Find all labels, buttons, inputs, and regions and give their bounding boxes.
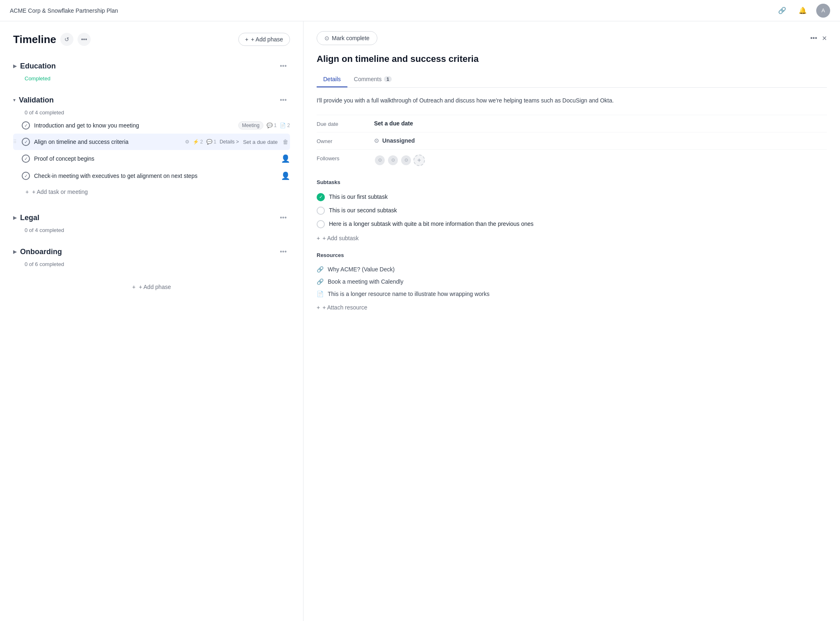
resources-section-title: Resources [317,252,827,258]
link-icon: 🔗 [317,278,324,285]
task-row[interactable]: ⠿ ✓ Introduction and get to know you mee… [13,117,290,134]
settings-icon: ⚙ [185,139,189,145]
more-icon: ••• [810,34,817,41]
phase-legal-header[interactable]: ▶ Legal ••• [13,209,290,226]
task-checkbox[interactable]: ✓ [22,138,30,146]
resource-link[interactable]: This is a longer resource name to illust… [328,291,490,297]
link-icon: 🔗 [778,7,786,14]
detail-task-title: Align on timeline and success criteria [317,53,827,65]
phase-legal-progress: 0 of 4 completed [25,227,290,233]
details-link[interactable]: Details > [219,139,239,145]
assignee-avatar-small: 👤 [281,154,290,163]
close-icon: × [822,34,827,43]
check-icon: ✓ [24,156,28,162]
timeline-title: Timeline [13,33,56,46]
phase-onboarding-menu[interactable]: ••• [276,246,290,257]
settings-icon-item: ⚙ [185,139,189,145]
tab-details[interactable]: Details [317,72,347,87]
task-description: I'll provide you with a full walkthrough… [317,96,827,105]
phase-education-menu[interactable]: ••• [276,61,290,71]
detail-more-button[interactable]: ••• [810,34,817,42]
set-due-date-button[interactable]: Set a due date [243,139,278,145]
link-icon-button[interactable]: 🔗 [775,4,789,18]
timeline-header-left: Timeline ↺ ••• [13,33,91,46]
chevron-right-icon: ▶ [13,63,17,69]
subtask-row: ✓ This is our first subtask [317,190,827,204]
attach-resource-label: + Attach resource [322,304,367,311]
subtask-checkbox[interactable] [317,207,325,215]
due-date-value[interactable]: Set a due date [374,120,827,127]
subtask-row: This is our second subtask [317,204,827,217]
phase-education-name: Education [20,62,56,71]
phase-education-header[interactable]: ▶ Education ••• [13,57,290,75]
task-checkbox[interactable]: ✓ [22,155,30,163]
phase-legal-name: Legal [20,214,39,222]
task-checkbox[interactable]: ✓ [22,121,30,130]
phase-validation-progress: 0 of 4 completed [25,109,290,116]
chevron-down-icon: ▾ [13,97,16,103]
nav-icons: 🔗 🔔 A [775,4,830,18]
task-row[interactable]: ⠿ ✓ Proof of concept begins 👤 [13,150,290,167]
task-checkbox[interactable]: ✓ [22,172,30,180]
resource-row: 📄 This is a longer resource name to illu… [317,288,827,300]
task-meta: Meeting 💬 1 📄 2 [238,121,290,130]
file-icon: 📄 [317,291,324,297]
add-phase-bottom[interactable]: + + Add phase [13,277,290,297]
detail-header: ⊙ Mark complete ••• × [317,31,827,45]
task-row[interactable]: ⠿ ✓ Align on timeline and success criter… [13,134,290,150]
detail-panel: ⊙ Mark complete ••• × Align on timeline … [304,21,840,621]
refresh-button[interactable]: ↺ [60,33,73,46]
add-phase-button[interactable]: + + Add phase [238,33,290,46]
add-phase-bottom-label: + Add phase [139,284,171,290]
more-icon: ••• [81,36,87,43]
resource-link[interactable]: Book a meeting with Calendly [328,278,403,285]
subtask-text: This is our second subtask [329,206,397,215]
phase-education-status: Completed [25,75,290,82]
followers-list: ⊙ ⊙ ⊙ + [374,155,425,166]
link-icon: 🔗 [317,266,324,273]
phase-validation: ▾ Validation ••• 0 of 4 completed ⠿ ✓ In… [13,91,290,199]
resource-link[interactable]: Why ACME? (Value Deck) [328,266,395,273]
subtask-text: This is our first subtask [329,193,388,201]
phase-legal-menu[interactable]: ••• [276,212,290,223]
task-row[interactable]: ⠿ ✓ Check-in meeting with executives to … [13,167,290,184]
follower-avatar: ⊙ [400,155,412,166]
phase-validation-header[interactable]: ▾ Validation ••• [13,91,290,109]
add-subtask-button[interactable]: + + Add subtask [317,232,359,244]
task-badge: Meeting [238,121,263,130]
phase-education: ▶ Education ••• Completed [13,57,290,82]
tab-comments[interactable]: Comments 1 [347,72,398,87]
user-avatar[interactable]: A [816,4,830,18]
task-meta: ⚙ ⚡ 2 💬 1 Details > [185,139,239,145]
mark-complete-button[interactable]: ⊙ Mark complete [317,31,377,45]
subtask-checkbox[interactable] [317,220,325,228]
left-panel: Timeline ↺ ••• + + Add phase ▶ Education [0,21,304,621]
task-delete-button[interactable]: 🗑 [281,138,290,146]
subtask-checkbox[interactable]: ✓ [317,193,325,201]
follower-avatar: ⊙ [374,155,386,166]
timeline-more-button[interactable]: ••• [78,33,91,46]
owner-field: Owner ⊙ Unassigned [317,132,827,149]
owner-avatar-icon: ⊙ [374,137,379,144]
refresh-icon: ↺ [64,36,69,43]
bell-icon-button[interactable]: 🔔 [796,4,810,18]
phase-onboarding-name: Onboarding [20,248,62,256]
owner-value[interactable]: ⊙ Unassigned [374,137,827,144]
subtask-text: Here is a longer subtask with quite a bi… [329,220,534,228]
due-date-field: Due date Set a due date [317,115,827,132]
add-follower-button[interactable]: + [413,155,425,166]
owner-label: Owner [317,137,374,144]
subtask-row: Here is a longer subtask with quite a bi… [317,217,827,231]
followers-label: Followers [317,155,374,162]
resource-row: 🔗 Book a meeting with Calendly [317,275,827,288]
resource-row: 🔗 Why ACME? (Value Deck) [317,263,827,275]
add-task-row[interactable]: + + Add task or meeting [25,184,290,199]
mark-complete-label: Mark complete [332,35,370,41]
attach-resource-button[interactable]: + + Attach resource [317,302,368,313]
file-icon: 📄 [280,123,286,128]
phase-validation-menu[interactable]: ••• [276,95,290,105]
detail-close-button[interactable]: × [822,34,827,43]
phase-onboarding-header[interactable]: ▶ Onboarding ••• [13,243,290,260]
chevron-right-icon: ▶ [13,215,17,221]
plus-icon: + [132,284,135,290]
